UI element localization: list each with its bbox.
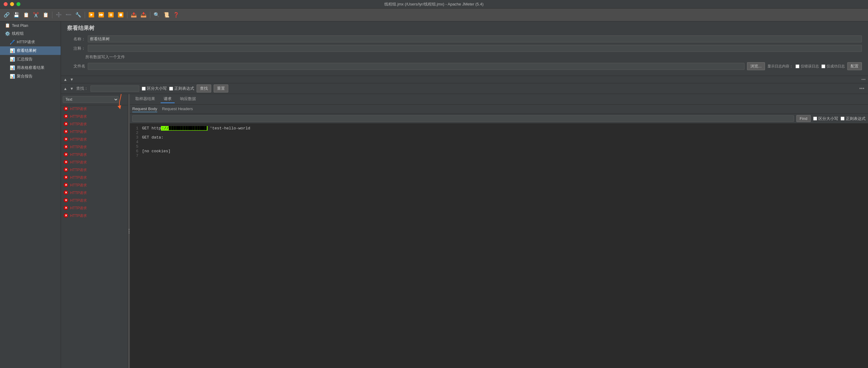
sidebar-item-result-tree[interactable]: 📊 察看结果树: [0, 47, 61, 55]
toolbar: 🔗 💾 📋 ✂️ 📋 ➕ ➖ 🔧 ▶️ ⏩ ⏸️ ⏹️ 📤 📥 🔍 📜 ❓: [0, 8, 868, 21]
result-item[interactable]: ✕ HTTP请求: [61, 128, 128, 136]
toolbar-icon-save[interactable]: 💾: [12, 11, 21, 19]
error-icon: ✕: [63, 213, 68, 219]
sidebar-item-label-test-plan: Test Plan: [12, 23, 28, 28]
error-icon: ✕: [63, 182, 68, 188]
svg-text:✕: ✕: [65, 145, 67, 149]
error-icon: ✕: [63, 190, 68, 196]
toolbar-icon-list[interactable]: 📜: [162, 11, 171, 19]
sidebar-item-test-plan[interactable]: 📋 Test Plan: [0, 21, 61, 29]
detail-regex-checkbox[interactable]: [841, 117, 844, 120]
detail-case-checkbox[interactable]: [813, 117, 817, 120]
toolbar-icon-search[interactable]: 🔍: [152, 11, 161, 19]
view-dropdown[interactable]: Text HTML JSON XML RegExp Tester: [63, 96, 119, 103]
toolbar-icon-play[interactable]: ▶️: [87, 11, 96, 19]
more-options-top[interactable]: •••: [861, 77, 866, 82]
toolbar-icon-copy[interactable]: 📋: [22, 11, 30, 19]
more-options-search[interactable]: •••: [858, 86, 866, 91]
svg-text:✕: ✕: [65, 114, 67, 118]
toolbar-icon-add[interactable]: ➕: [55, 11, 63, 19]
result-item[interactable]: ✕ HTTP请求: [61, 197, 128, 204]
toolbar-icon-download[interactable]: 📥: [139, 11, 148, 19]
tab-request[interactable]: 请求: [161, 95, 175, 103]
result-item[interactable]: ✕ HTTP请求: [61, 113, 128, 120]
result-item[interactable]: ✕ HTTP请求: [61, 166, 128, 174]
toolbar-icon-stop[interactable]: ⏹️: [117, 11, 125, 19]
error-icon: ✕: [63, 114, 68, 120]
file-label: 文件名: [67, 63, 85, 69]
detail-search-input[interactable]: [132, 115, 794, 122]
result-item[interactable]: ✕ HTTP请求: [61, 136, 128, 143]
detail-regex-group: 正则表达式: [841, 116, 866, 121]
sort-asc-icon[interactable]: ▲: [63, 77, 67, 82]
minimize-button[interactable]: [10, 2, 14, 6]
result-item[interactable]: ✕ HTTP请求: [61, 212, 128, 220]
sidebar-item-http-request[interactable]: 🖊️ HTTP请求: [0, 38, 61, 47]
result-item[interactable]: ✕ HTTP请求: [61, 120, 128, 128]
toolbar-icon-link[interactable]: 🔗: [2, 11, 11, 19]
summary-report-icon: 📊: [10, 57, 15, 62]
toolbar-icon-fastforward[interactable]: ⏩: [97, 11, 105, 19]
subtab-request-headers[interactable]: Request Headers: [162, 106, 193, 112]
sidebar-item-summary-report[interactable]: 📊 汇总报告: [0, 55, 61, 63]
sort-desc-icon[interactable]: ▼: [70, 77, 74, 82]
detail-search-bar: Find 区分大小写 正则表达式: [130, 114, 868, 123]
toolbar-icon-remove[interactable]: ➖: [64, 11, 73, 19]
sort-asc-icon2[interactable]: ▲: [63, 86, 67, 91]
result-item[interactable]: ✕ HTTP请求: [61, 174, 128, 181]
svg-text:✕: ✕: [65, 122, 67, 126]
error-log-checkbox[interactable]: [796, 64, 799, 68]
result-item-label: HTTP请求: [70, 190, 87, 196]
result-item[interactable]: ✕ HTTP请求: [61, 181, 128, 189]
close-button[interactable]: [4, 2, 8, 6]
detail-find-button[interactable]: Find: [796, 115, 811, 122]
success-log-checkbox[interactable]: [822, 64, 825, 68]
toolbar-icon-pause[interactable]: ⏸️: [107, 11, 115, 19]
case-sensitive-checkbox[interactable]: [142, 87, 146, 91]
file-row: 文件名 浏览... 显示日志内容： 仅错误日志 仅成功日志 配置: [67, 62, 862, 70]
toolbar-icon-settings[interactable]: 🔧: [74, 11, 83, 19]
search-input[interactable]: [91, 85, 139, 92]
config-button[interactable]: 配置: [847, 62, 862, 70]
result-item-label: HTTP请求: [70, 198, 87, 203]
result-item[interactable]: ✕ HTTP请求: [61, 151, 128, 159]
result-item[interactable]: ✕ HTTP请求: [61, 105, 128, 113]
result-item[interactable]: ✕ HTTP请求: [61, 204, 128, 212]
toolbar-icon-upload[interactable]: 📤: [129, 11, 138, 19]
tab-response-data[interactable]: 响应数据: [177, 95, 199, 103]
error-icon: ✕: [63, 152, 68, 158]
reset-button[interactable]: 重置: [214, 85, 228, 92]
result-item[interactable]: ✕ HTTP请求: [61, 189, 128, 197]
regex-checkbox[interactable]: [169, 87, 173, 91]
result-item[interactable]: ✕ HTTP请求: [61, 159, 128, 166]
svg-text:✕: ✕: [65, 152, 67, 156]
toolbar-icon-cut[interactable]: ✂️: [32, 11, 40, 19]
sidebar-item-label-http-request: HTTP请求: [17, 39, 35, 45]
sidebar-item-table-report[interactable]: 📊 用表格察看结果: [0, 63, 61, 72]
sidebar-item-thread-group[interactable]: ⚙️ 线程组: [0, 29, 61, 38]
sidebar-item-label-aggregate: 聚合报告: [17, 74, 33, 79]
find-button[interactable]: 查找: [196, 85, 211, 92]
window-controls[interactable]: [4, 2, 21, 6]
comment-input[interactable]: [88, 45, 862, 52]
subtab-request-body[interactable]: Request Body: [132, 106, 157, 112]
code-line-3: 3 GET data:: [132, 135, 866, 140]
results-list-panel: Text HTML JSON XML RegExp Tester: [61, 94, 128, 368]
sort-desc-icon2[interactable]: ▼: [70, 86, 74, 91]
window-title: 线程组.jmx (/Users/lyr/线程组.jmx) - Apache JM…: [384, 2, 484, 7]
maximize-button[interactable]: [17, 2, 21, 6]
code-display: 1 GET http://████████████████ 'test-hell…: [130, 123, 868, 368]
tab-sampler-result[interactable]: 取样器结果: [132, 95, 158, 103]
toolbar-icon-help[interactable]: ❓: [172, 11, 180, 19]
sidebar-item-aggregate-report[interactable]: 📊 聚合报告: [0, 72, 61, 81]
browse-button[interactable]: 浏览...: [747, 62, 765, 70]
result-tree-icon: 📊: [10, 48, 15, 53]
toolbar-icon-paste[interactable]: 📋: [41, 11, 50, 19]
code-line-7: 7: [132, 153, 866, 158]
name-input[interactable]: [88, 35, 862, 43]
result-item-label: HTTP请求: [70, 160, 87, 165]
result-item[interactable]: ✕ HTTP请求: [61, 143, 128, 151]
sidebar-item-label-table: 用表格察看结果: [17, 65, 44, 70]
all-data-row: 所有数据写入一个文件: [67, 54, 862, 60]
file-input[interactable]: [88, 63, 745, 70]
